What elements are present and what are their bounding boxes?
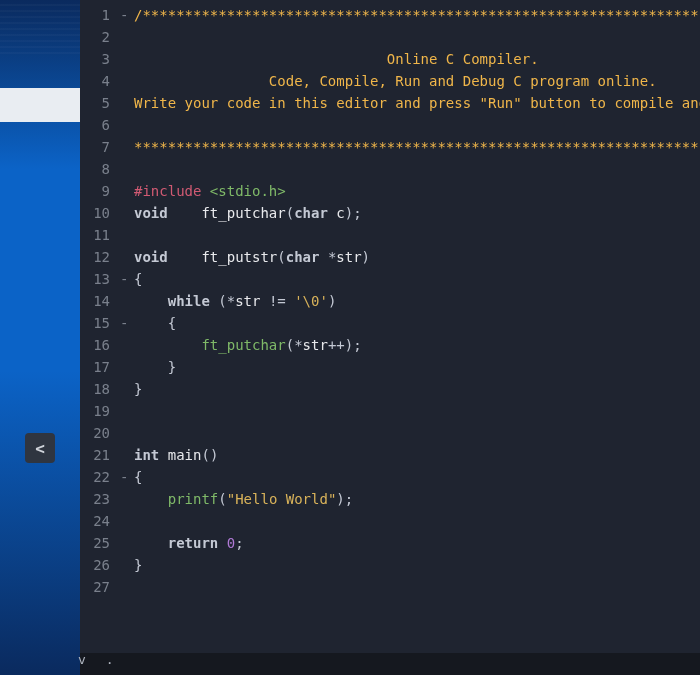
token: ( [286,205,294,221]
code-line[interactable]: 14 while (*str != '\0') [80,290,700,312]
token: Online C Compiler. [134,51,539,67]
line-number: 12 [80,246,120,268]
line-number: 9 [80,180,120,202]
code-line[interactable]: 6 [80,114,700,136]
code-line[interactable]: 7***************************************… [80,136,700,158]
code-content: } [134,356,700,378]
line-number: 2 [80,26,120,48]
token: while [168,293,210,309]
code-line[interactable]: 9#include <stdio.h> [80,180,700,202]
code-line[interactable]: 16 ft_putchar(*str++); [80,334,700,356]
token: ft_putchar [168,205,286,221]
fold-marker [120,510,134,532]
fold-marker [120,576,134,598]
line-number: 15 [80,312,120,334]
code-line[interactable]: 8 [80,158,700,180]
code-line[interactable]: 12void ft_putstr(char *str) [80,246,700,268]
code-content: int main() [134,444,700,466]
code-line[interactable]: 15- { [80,312,700,334]
token: ft_putstr [168,249,278,265]
bottom-left-glyphs: v . [78,652,119,667]
code-line[interactable]: 18} [80,378,700,400]
code-content: void ft_putchar(char c); [134,202,700,224]
code-content: ****************************************… [134,136,700,158]
code-content [134,422,700,444]
token: void [134,205,168,221]
fold-marker [120,488,134,510]
fold-marker[interactable]: - [120,4,134,26]
code-line[interactable]: 1-/*************************************… [80,4,700,26]
token: str [235,293,260,309]
token: /***************************************… [134,7,700,23]
token: } [168,359,176,375]
line-number: 25 [80,532,120,554]
code-line[interactable]: 13-{ [80,268,700,290]
token: ) [362,249,370,265]
line-number: 6 [80,114,120,136]
token [134,359,168,375]
line-number: 14 [80,290,120,312]
fold-marker [120,400,134,422]
code-content: { [134,268,700,290]
fold-marker[interactable]: - [120,466,134,488]
code-line[interactable]: 10void ft_putchar(char c); [80,202,700,224]
line-number: 3 [80,48,120,70]
token: { [134,469,142,485]
token: () [201,447,218,463]
fold-marker [120,246,134,268]
code-line[interactable]: 22-{ [80,466,700,488]
fold-marker [120,554,134,576]
token [218,535,226,551]
code-content: { [134,466,700,488]
token: char [294,205,328,221]
line-number: 5 [80,92,120,114]
code-line[interactable]: 4 Code, Compile, Run and Debug C program… [80,70,700,92]
token: main [159,447,201,463]
token: Write your code in this editor and press… [134,95,700,111]
code-content [134,400,700,422]
code-line[interactable]: 19 [80,400,700,422]
fold-marker[interactable]: - [120,268,134,290]
code-line[interactable]: 20 [80,422,700,444]
token: int [134,447,159,463]
fold-marker [120,290,134,312]
collapse-sidebar-button[interactable]: < [25,433,55,463]
code-line[interactable]: 21int main() [80,444,700,466]
fold-marker [120,532,134,554]
code-line[interactable]: 26} [80,554,700,576]
fold-marker [120,334,134,356]
code-line[interactable]: 5Write your code in this editor and pres… [80,92,700,114]
code-content: while (*str != '\0') [134,290,700,312]
code-line[interactable]: 2 [80,26,700,48]
fold-marker [120,422,134,444]
code-line[interactable]: 25 return 0; [80,532,700,554]
code-line[interactable]: 11 [80,224,700,246]
fold-marker [120,26,134,48]
token: '\0' [294,293,328,309]
token [134,293,168,309]
token: #include [134,183,210,199]
token: c [328,205,345,221]
line-number: 4 [80,70,120,92]
line-number: 7 [80,136,120,158]
fold-marker [120,92,134,114]
fold-marker[interactable]: - [120,312,134,334]
code-line[interactable]: 3 Online C Compiler. [80,48,700,70]
line-number: 10 [80,202,120,224]
token: ; [235,535,243,551]
fold-marker [120,48,134,70]
sidebar-decorative-stripes [0,4,80,56]
code-content [134,224,700,246]
token [134,315,168,331]
line-number: 22 [80,466,120,488]
code-editor[interactable]: 1-/*************************************… [80,0,700,675]
token: * [319,249,336,265]
status-bar [80,653,700,675]
code-line[interactable]: 17 } [80,356,700,378]
token: return [168,535,219,551]
token: void [134,249,168,265]
code-line[interactable]: 23 printf("Hello World"); [80,488,700,510]
code-content: return 0; [134,532,700,554]
code-line[interactable]: 27 [80,576,700,598]
code-line[interactable]: 24 [80,510,700,532]
